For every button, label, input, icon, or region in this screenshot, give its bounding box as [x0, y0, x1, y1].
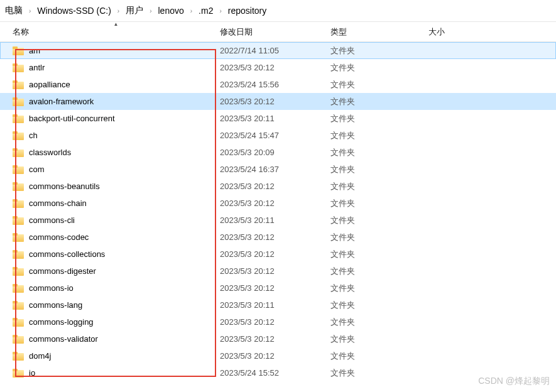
cell-type: 文件夹: [330, 113, 428, 124]
folder-row[interactable]: dom4j2023/5/3 20:12文件夹: [0, 347, 556, 364]
breadcrumb-item[interactable]: 电脑: [4, 5, 24, 16]
folder-icon: [13, 199, 24, 208]
column-size-header[interactable]: 大小: [428, 22, 504, 41]
cell-date: 2023/5/3 20:12: [220, 334, 330, 344]
folder-row[interactable]: avalon-framework2023/5/3 20:12文件夹: [0, 93, 556, 110]
folder-row[interactable]: aopalliance2023/5/24 15:56文件夹: [0, 76, 556, 93]
folder-icon: [13, 80, 24, 89]
cell-date: 2023/5/3 20:12: [220, 283, 330, 293]
column-date-header[interactable]: 修改日期: [220, 22, 330, 41]
breadcrumb-item[interactable]: Windows-SSD (C:): [36, 6, 112, 16]
cell-type: 文件夹: [330, 198, 428, 209]
folder-icon: [13, 233, 24, 242]
folder-row[interactable]: commons-logging2023/5/3 20:12文件夹: [0, 313, 556, 330]
cell-type: 文件夹: [330, 266, 428, 277]
cell-type: 文件夹: [330, 351, 428, 362]
cell-date: 2023/5/24 16:37: [220, 165, 330, 174]
folder-name: commons-digester: [29, 266, 96, 276]
cell-name: aopalliance: [13, 80, 220, 89]
folder-name: com: [29, 165, 45, 174]
cell-date: 2023/5/24 15:47: [220, 131, 330, 140]
column-name-header[interactable]: ▲ 名称: [13, 22, 220, 41]
breadcrumb-item[interactable]: lenovo: [157, 6, 185, 16]
cell-date: 2023/5/3 20:12: [220, 249, 330, 259]
cell-date: 2023/5/3 20:09: [220, 148, 330, 157]
column-date-label: 修改日期: [220, 26, 253, 38]
folder-name: commons-collections: [29, 249, 105, 259]
folder-row[interactable]: commons-validator2023/5/3 20:12文件夹: [0, 330, 556, 347]
breadcrumb[interactable]: 电脑›Windows-SSD (C:)›用户›lenovo›.m2›reposi…: [0, 0, 556, 22]
cell-date: 2023/5/24 15:56: [220, 80, 330, 89]
folder-icon: [13, 182, 24, 191]
folder-row[interactable]: am2022/7/14 11:05文件夹: [0, 42, 556, 59]
folder-name: dom4j: [29, 351, 51, 361]
folder-name: antlr: [29, 63, 45, 72]
cell-date: 2023/5/24 15:52: [220, 368, 330, 378]
folder-row[interactable]: ch2023/5/24 15:47文件夹: [0, 127, 556, 144]
folder-name: commons-validator: [29, 334, 98, 344]
cell-type: 文件夹: [330, 334, 428, 345]
cell-type: 文件夹: [330, 62, 428, 74]
column-type-header[interactable]: 类型: [330, 22, 428, 41]
folder-icon: [13, 301, 24, 310]
cell-name: io: [13, 368, 220, 378]
cell-date: 2023/5/3 20:12: [220, 317, 330, 327]
cell-type: 文件夹: [330, 368, 428, 379]
column-size-label: 大小: [428, 26, 445, 38]
cell-name: commons-collections: [13, 249, 220, 259]
folder-icon: [13, 216, 24, 225]
cell-type: 文件夹: [330, 45, 428, 57]
folder-row[interactable]: commons-lang2023/5/3 20:11文件夹: [0, 297, 556, 313]
cell-date: 2023/5/3 20:12: [220, 232, 330, 242]
column-name-label: 名称: [13, 26, 29, 38]
folder-row[interactable]: backport-util-concurrent2023/5/3 20:11文件…: [0, 110, 556, 127]
breadcrumb-item[interactable]: 用户: [124, 5, 144, 16]
folder-icon: [13, 148, 24, 157]
chevron-right-icon: ›: [115, 8, 122, 14]
cell-name: ch: [13, 131, 220, 140]
cell-name: classworlds: [13, 148, 220, 157]
chevron-right-icon: ›: [147, 8, 154, 14]
cell-date: 2023/5/3 20:12: [220, 266, 330, 276]
folder-row[interactable]: commons-chain2023/5/3 20:12文件夹: [0, 195, 556, 212]
folder-icon: [13, 318, 24, 327]
folder-row[interactable]: commons-beanutils2023/5/3 20:12文件夹: [0, 178, 556, 195]
folder-name: commons-cli: [29, 215, 75, 225]
folder-name: am: [29, 46, 40, 55]
cell-date: 2023/5/3 20:12: [220, 351, 330, 361]
cell-name: commons-beanutils: [13, 182, 220, 191]
folder-row[interactable]: io2023/5/24 15:52文件夹: [0, 364, 556, 381]
cell-name: commons-digester: [13, 266, 220, 276]
folder-row[interactable]: commons-digester2023/5/3 20:12文件夹: [0, 263, 556, 280]
folder-row[interactable]: commons-codec2023/5/3 20:12文件夹: [0, 229, 556, 246]
folder-row[interactable]: antlr2023/5/3 20:12文件夹: [0, 59, 556, 76]
cell-date: 2023/5/3 20:12: [220, 63, 330, 72]
chevron-right-icon: ›: [188, 8, 195, 14]
cell-type: 文件夹: [330, 300, 428, 311]
cell-date: 2023/5/3 20:11: [220, 215, 330, 225]
breadcrumb-item[interactable]: .m2: [197, 6, 214, 16]
folder-row[interactable]: commons-collections2023/5/3 20:12文件夹: [0, 246, 556, 263]
folder-icon: [13, 165, 24, 174]
breadcrumb-item[interactable]: repository: [227, 6, 268, 16]
folder-row[interactable]: commons-cli2023/5/3 20:11文件夹: [0, 212, 556, 229]
cell-name: backport-util-concurrent: [13, 114, 220, 123]
cell-date: 2023/5/3 20:11: [220, 114, 330, 123]
cell-name: dom4j: [13, 351, 220, 361]
folder-row[interactable]: classworlds2023/5/3 20:09文件夹: [0, 144, 556, 161]
cell-date: 2023/5/3 20:12: [220, 97, 330, 106]
folder-icon: [13, 63, 24, 72]
cell-name: antlr: [13, 63, 220, 72]
sort-indicator-icon: ▲: [114, 21, 119, 27]
folder-row[interactable]: commons-io2023/5/3 20:12文件夹: [0, 280, 556, 297]
cell-name: commons-validator: [13, 334, 220, 344]
folder-icon: [13, 369, 24, 378]
cell-date: 2022/7/14 11:05: [220, 46, 330, 55]
folder-icon: [13, 97, 24, 106]
cell-name: commons-cli: [13, 215, 220, 225]
folder-icon: [13, 114, 24, 123]
folder-row[interactable]: com2023/5/24 16:37文件夹: [0, 161, 556, 178]
cell-name: commons-codec: [13, 232, 220, 242]
folder-name: commons-io: [29, 283, 74, 293]
cell-date: 2023/5/3 20:11: [220, 300, 330, 310]
